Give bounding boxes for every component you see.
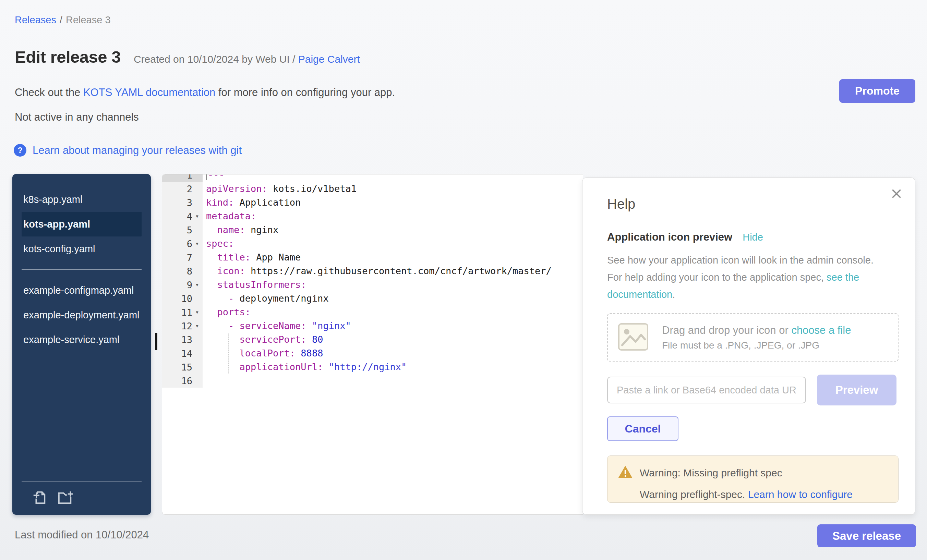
git-releases-link[interactable]: Learn about managing your releases with … [33,144,242,156]
editor-code-area[interactable]: ---apiVersion: kots.io/v1beta1kind: Appl… [203,174,583,388]
sidebar-file-item[interactable]: example-deployment.yaml [21,303,141,327]
add-folder-icon[interactable] [57,489,74,507]
gutter-row: 7 [162,250,203,264]
fold-arrow-icon[interactable]: ▾ [192,213,202,219]
code-line[interactable]: name: nginx [206,223,583,237]
code-line[interactable]: ports: [206,305,583,319]
warning-detail: Warning preflight-spec. Learn how to con… [618,489,888,500]
line-number: 11 [181,307,192,318]
line-number: 6 [187,238,192,249]
gutter-row: 11▾ [162,305,203,319]
sidebar-footer-divider [21,481,141,482]
preview-button[interactable]: Preview [817,375,897,405]
gutter-row: 13 [162,333,203,346]
gutter-row: 15 [162,360,203,374]
breadcrumb-releases-link[interactable]: Releases [15,14,56,25]
icon-url-row: Preview [607,375,898,405]
line-number: 3 [187,197,192,208]
editor-gutter: 1234▾56▾789▾1011▾12▾13141516 [162,174,203,388]
breadcrumb: Releases/Release 3 [15,14,111,26]
fold-arrow-icon[interactable]: ▾ [192,241,202,247]
icon-preview-section-header: Application icon preview Hide [607,231,898,243]
line-number: 2 [187,184,192,194]
line-number: 8 [187,266,192,276]
code-line[interactable]: --- [206,174,583,182]
gutter-row: 8 [162,264,203,278]
fold-arrow-icon[interactable]: ▾ [192,282,202,288]
title-row: Edit release 3 Created on 10/10/2024 by … [15,47,360,67]
save-release-button[interactable]: Save release [817,524,916,547]
help-panel: Help Application icon preview Hide See h… [582,178,915,515]
dropzone-text: Drag and drop your icon or choose a file [662,324,851,337]
line-number: 13 [181,334,192,345]
choose-file-link[interactable]: choose a file [791,324,851,336]
yaml-editor: 1234▾56▾789▾1011▾12▾13141516 ---apiVersi… [162,174,583,515]
gutter-row: 10 [162,291,203,305]
dropzone-hint: File must be a .PNG, .JPEG, or .JPG [662,340,851,351]
cancel-button[interactable]: Cancel [607,416,678,441]
fold-arrow-icon[interactable]: ▾ [192,309,202,315]
gutter-row: 5 [162,223,203,237]
line-number: 5 [187,225,192,235]
warning-title: Warning: Missing preflight spec [640,467,782,479]
sidebar-file-item[interactable]: kots-app.yaml [21,212,141,237]
code-line[interactable] [206,374,583,388]
line-number: 1 [187,174,192,181]
created-meta: Created on 10/10/2024 by Web UI / Paige … [134,53,360,65]
line-number: 16 [181,376,192,386]
code-line[interactable]: metadata: [206,209,583,223]
help-title: Help [607,196,898,212]
line-number: 10 [181,293,192,304]
icon-dropzone[interactable]: Drag and drop your icon or choose a file… [607,313,898,361]
gutter-row: 2 [162,182,203,196]
code-line[interactable]: localPort: 8888 [206,346,583,360]
preflight-warning-box: Warning: Missing preflight spec Warning … [607,455,898,503]
sidebar-file-item[interactable]: k8s-app.yaml [21,187,141,212]
sidebar-file-item[interactable]: kots-config.yaml [21,237,141,261]
code-line[interactable]: kind: Application [206,196,583,209]
description-suffix: . [672,289,675,300]
gutter-row: 1 [162,174,203,182]
breadcrumb-current: Release 3 [66,14,111,25]
gutter-row: 12▾ [162,319,203,333]
line-number: 4 [187,211,192,222]
image-placeholder-icon [617,321,649,354]
line-number: 12 [181,321,192,331]
code-line[interactable]: servicePort: 80 [206,333,583,346]
sidebar-file-item[interactable]: example-service.yaml [21,327,141,352]
promote-button[interactable]: Promote [839,79,915,103]
icon-url-input[interactable] [607,376,806,404]
learn-how-to-configure-link[interactable]: Learn how to configure [748,489,853,500]
sidebar-file-item[interactable]: example-configmap.yaml [21,278,141,303]
icon-preview-title: Application icon preview [607,231,732,243]
gutter-row: 14 [162,346,203,360]
page-title: Edit release 3 [15,47,121,67]
kots-yaml-docs-link[interactable]: KOTS YAML documentation [83,87,215,99]
code-line[interactable]: - deployment/nginx [206,291,583,305]
gutter-row: 6▾ [162,237,203,250]
code-line[interactable]: applicationUrl: "http://nginx" [206,360,583,374]
add-file-icon[interactable] [32,489,47,507]
channel-status-text: Not active in any channels [15,111,139,123]
file-tree-sidebar: k8s-app.yamlkots-app.yamlkots-config.yam… [12,174,151,515]
line-number: 9 [187,280,192,290]
help-close-button[interactable] [890,187,903,200]
icon-preview-description: See how your application icon will look … [607,252,888,303]
code-line[interactable]: icon: https://raw.githubusercontent.com/… [206,264,583,278]
fold-arrow-icon[interactable]: ▾ [192,323,202,329]
code-line[interactable]: title: App Name [206,250,583,264]
line-number: 7 [187,252,192,263]
code-line[interactable]: - serviceName: "nginx" [206,319,583,333]
docs-text-after: for more info on configuring your app. [215,87,395,99]
sidebar-divider [21,269,141,270]
gutter-row: 16 [162,374,203,388]
close-icon [890,187,903,200]
code-line[interactable]: apiVersion: kots.io/v1beta1 [206,182,583,196]
file-list: k8s-app.yamlkots-app.yamlkots-config.yam… [12,187,151,352]
hide-link[interactable]: Hide [743,232,763,243]
sidebar-footer [12,481,151,515]
gutter-row: 4▾ [162,209,203,223]
created-by-link[interactable]: Paige Calvert [298,53,360,65]
code-line[interactable]: statusInformers: [206,278,583,291]
code-line[interactable]: spec: [206,237,583,250]
